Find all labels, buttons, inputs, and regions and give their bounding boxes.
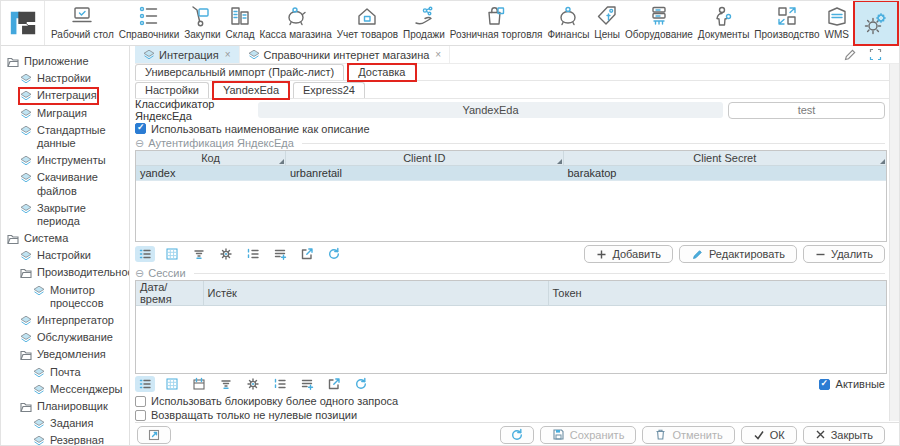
pencil-icon[interactable] [842, 47, 858, 63]
refresh-icon[interactable] [351, 376, 371, 392]
numbered-list-icon[interactable] [270, 376, 290, 392]
sidebar-item-уведомления[interactable]: Уведомления [7, 346, 127, 363]
calendar-icon[interactable] [189, 376, 209, 392]
subtab-универсальный-импорт-прайс-лист-[interactable]: Универсальный импорт (Прайс-лист) [135, 64, 344, 80]
button-редактировать[interactable]: Редактировать [679, 245, 797, 263]
column-header[interactable]: Client Secret [564, 151, 887, 165]
subtab-yandexeda[interactable]: YandexEda [213, 82, 289, 98]
nonzero-checkbox[interactable] [135, 410, 146, 421]
sidebar-item-миграция[interactable]: Миграция [7, 105, 127, 122]
gear-icon[interactable] [243, 376, 263, 392]
subtab-доставка[interactable]: Доставка [348, 64, 415, 80]
sidebar-item-инструменты[interactable]: Инструменты [7, 152, 127, 169]
toolbar-item-warehouse[interactable]: Склад [224, 1, 257, 45]
column-header[interactable]: Client ID [286, 151, 564, 165]
button-ок[interactable]: ОК [741, 426, 797, 444]
button-закрыть[interactable]: Закрыть [803, 426, 885, 444]
sidebar-item-производительность[interactable]: Производительность [7, 264, 127, 281]
sidebar-item-интерпретатор[interactable]: Интерпретатор [7, 312, 127, 329]
collapse-icon[interactable]: ⊖ [135, 268, 144, 279]
sidebar-item-приложение[interactable]: Приложение [7, 53, 127, 70]
toolbar-item-sales[interactable]: Продажи [401, 1, 447, 45]
sidebar-item-настройки[interactable]: Настройки [7, 70, 127, 87]
export-icon[interactable] [324, 376, 344, 392]
button-refresh-icon[interactable] [500, 426, 534, 444]
list-view-icon[interactable] [135, 376, 155, 392]
subtab-настройки[interactable]: Настройки [135, 82, 209, 98]
sidebar-item-label: Приложение [24, 55, 89, 68]
grid-view-icon[interactable] [162, 376, 182, 392]
finance-icon [556, 4, 580, 28]
sidebar-item-настройки[interactable]: Настройки [7, 247, 127, 264]
quick-edit-button[interactable] [137, 426, 171, 444]
subtab-express24[interactable]: Express24 [293, 82, 365, 98]
toolbar-item-production[interactable]: Производство [752, 1, 821, 45]
button-сохранить[interactable]: Сохранить [540, 426, 637, 444]
lock-checkbox[interactable] [135, 396, 146, 407]
filter-icon[interactable] [189, 246, 209, 262]
sidebar-item-монитор-процессов[interactable]: Монитор процессов [7, 282, 127, 312]
numbered-list-icon[interactable] [243, 246, 263, 262]
sidebar-item-резервная-копия[interactable]: Резервная копия [7, 432, 127, 446]
vertical-scrollbar[interactable] [889, 64, 899, 421]
top-toolbar: Рабочий столСправочникиЗакупкиСкладКасса… [1, 1, 899, 46]
production-icon [775, 4, 799, 28]
active-checkbox[interactable] [819, 379, 830, 390]
export-icon[interactable] [297, 246, 317, 262]
sidebar-item-закрытие-периода[interactable]: Закрытие периода [7, 200, 127, 230]
column-header[interactable]: Дата/время [136, 281, 204, 305]
quick-edit-icon [147, 428, 161, 442]
toolbar-item-prices[interactable]: Цены [592, 1, 622, 45]
doc-tab[interactable]: Справочники интернет магазина× [240, 46, 451, 63]
table-cell: barakatop [564, 166, 887, 180]
grid-view-icon[interactable] [162, 246, 182, 262]
list-view-icon[interactable] [135, 246, 155, 262]
toolbar-item-cashbox[interactable]: Касса магазина [257, 1, 333, 45]
code-field[interactable]: test [728, 102, 885, 119]
toolbar-item-documents[interactable]: Документы [696, 1, 752, 45]
doc-tab[interactable]: Интеграция× [135, 46, 240, 63]
button-label: Удалить [831, 248, 873, 260]
tab-close-icon[interactable]: × [225, 49, 231, 60]
button-отменить[interactable]: Отменить [642, 426, 734, 444]
toolbar-item-desktop[interactable]: Рабочий стол [49, 1, 116, 45]
collapse-icon[interactable]: ⊖ [135, 138, 144, 149]
toolbar-item-equipment[interactable]: Оборудование [623, 1, 695, 45]
app-logo[interactable] [1, 1, 45, 45]
doc-tab-label: Справочники интернет магазина [264, 49, 430, 61]
sidebar-item-планировщик[interactable]: Планировщик [7, 398, 127, 415]
button-добавить[interactable]: Добавить [584, 245, 673, 263]
column-header[interactable]: Токен [549, 281, 887, 305]
diamond-icon [20, 172, 32, 184]
sidebar-item-интеграция[interactable]: Интеграция [7, 87, 127, 104]
column-header[interactable]: Код [136, 151, 286, 165]
sidebar-item-обслуживание[interactable]: Обслуживание [7, 329, 127, 346]
list-add-icon[interactable] [297, 376, 317, 392]
toolbar-item-wms[interactable]: WMS [822, 1, 850, 45]
classifier-field[interactable]: YandexEda [258, 102, 723, 118]
filter-icon[interactable] [216, 376, 236, 392]
toolbar-item-catalog[interactable]: Справочники [117, 1, 182, 45]
list-add-icon[interactable] [270, 246, 290, 262]
column-header[interactable]: Истёк [204, 281, 549, 305]
sidebar-item-скачивание-файлов[interactable]: Скачивание файлов [7, 169, 127, 199]
sidebar-item-система[interactable]: Система [7, 230, 127, 247]
gear-icon[interactable] [216, 246, 236, 262]
table-row[interactable]: yandexurbanretailbarakatop [136, 166, 886, 181]
use-name-checkbox[interactable] [135, 123, 146, 134]
tab-close-icon[interactable]: × [435, 49, 441, 60]
refresh-icon[interactable] [324, 246, 344, 262]
button-удалить[interactable]: Удалить [803, 245, 885, 263]
sidebar-item-стандартные-данные[interactable]: Стандартные данные [7, 122, 127, 152]
warehouse-icon [228, 4, 252, 28]
expand-icon[interactable] [868, 47, 883, 62]
diamond-icon [20, 155, 32, 167]
toolbar-item-finance[interactable]: Финансы [545, 1, 591, 45]
settings-button[interactable] [855, 2, 897, 44]
toolbar-item-purchases[interactable]: Закупки [182, 1, 222, 45]
sidebar-item-почта[interactable]: Почта [7, 364, 127, 381]
sidebar-item-задания[interactable]: Задания [7, 415, 127, 432]
toolbar-item-goods-accounting[interactable]: Учет товаров [335, 1, 400, 45]
toolbar-item-retail[interactable]: Розничная торговля [448, 1, 545, 45]
sidebar-item-мессенджеры[interactable]: Мессенджеры [7, 381, 127, 398]
